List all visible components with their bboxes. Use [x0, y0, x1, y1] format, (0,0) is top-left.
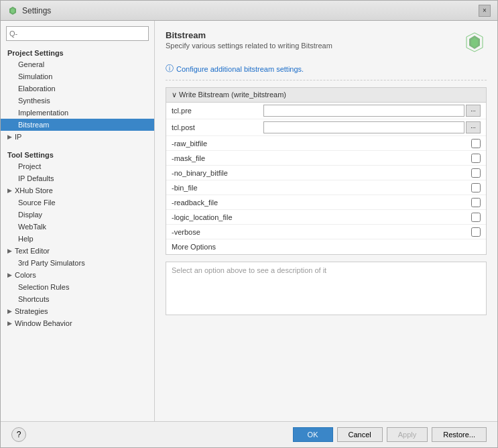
raw-bitfile-checkbox[interactable] [471, 139, 481, 148]
panel-header: Bitstream Specify various settings relat… [166, 30, 487, 56]
sidebar-item-strategies[interactable]: ▶ Strategies [1, 305, 154, 317]
sidebar-item-colors[interactable]: ▶ Colors [1, 269, 154, 281]
row-label-no-binary-bitfile: -no_binary_bitfile [172, 169, 471, 177]
sidebar-item-synthesis[interactable]: Synthesis [1, 95, 154, 107]
row-label-tcl-post: tcl.post [172, 123, 263, 131]
sidebar-item-window-behavior[interactable]: ▶ Window Behavior [1, 317, 154, 329]
vivado-logo [462, 30, 487, 56]
app-icon [7, 5, 18, 16]
restore-button[interactable]: Restore... [432, 427, 487, 442]
project-settings-label: Project Settings [1, 46, 154, 58]
sidebar-item-bitstream[interactable]: Bitstream [1, 119, 154, 131]
footer-help: ? [11, 427, 289, 442]
search-box[interactable] [6, 26, 149, 41]
row-control-logic-location-file [471, 213, 481, 222]
mask-file-checkbox[interactable] [471, 154, 481, 163]
sidebar-item-webtalk[interactable]: WebTalk [1, 221, 154, 233]
bin-file-checkbox[interactable] [471, 183, 481, 192]
tool-settings-label: Tool Settings [1, 148, 154, 160]
row-label-logic-location-file: -logic_location_file [172, 213, 471, 221]
sidebar-item-text-editor[interactable]: ▶ Text Editor [1, 245, 154, 257]
xhub-arrow-icon: ▶ [7, 187, 12, 194]
info-icon: ⓘ [166, 63, 174, 74]
help-button[interactable]: ? [11, 427, 26, 442]
table-row: tcl.post ··· [166, 119, 486, 136]
title-bar-left: Settings [7, 5, 51, 16]
table-row: -readback_file [166, 195, 486, 210]
sidebar-item-help[interactable]: Help [1, 233, 154, 245]
title-bar: Settings × [1, 1, 497, 21]
tcl-post-browse-button[interactable]: ··· [466, 121, 481, 133]
row-control-tcl-post: ··· [263, 121, 481, 133]
cancel-button[interactable]: Cancel [337, 427, 383, 442]
sidebar-item-selection-rules[interactable]: Selection Rules [1, 281, 154, 293]
logic-location-file-checkbox[interactable] [471, 213, 481, 222]
row-label-raw-bitfile: -raw_bitfile [172, 139, 471, 148]
panel-subtitle: Specify various settings related to writ… [166, 42, 332, 50]
sidebar-item-source-file[interactable]: Source File [1, 197, 154, 209]
panel-title: Bitstream [166, 30, 332, 40]
table-row: -mask_file [166, 151, 486, 166]
sidebar-item-project[interactable]: Project [1, 160, 154, 172]
sidebar-item-implementation[interactable]: Implementation [1, 107, 154, 119]
row-label-bin-file: -bin_file [172, 184, 471, 192]
ip-arrow-icon: ▶ [7, 133, 12, 140]
table-row: -raw_bitfile [166, 136, 486, 151]
row-control-readback-file [471, 198, 481, 207]
right-panel: Bitstream Specify various settings relat… [155, 21, 497, 421]
strategies-arrow-icon: ▶ [7, 308, 12, 315]
row-control-tcl-pre: ··· [263, 105, 481, 117]
table-row: -verbose [166, 225, 486, 239]
readback-file-checkbox[interactable] [471, 198, 481, 207]
sidebar-item-simulation[interactable]: Simulation [1, 70, 154, 82]
sidebar-item-ip-defaults[interactable]: IP Defaults [1, 172, 154, 184]
row-label-verbose: -verbose [172, 228, 471, 236]
tcl-pre-browse-button[interactable]: ··· [466, 105, 481, 117]
sidebar-item-general[interactable]: General [1, 58, 154, 70]
table-row: -no_binary_bitfile [166, 166, 486, 180]
verbose-checkbox[interactable] [471, 227, 481, 237]
window-behavior-arrow-icon: ▶ [7, 320, 12, 327]
sidebar-item-3rd-party-simulators[interactable]: 3rd Party Simulators [1, 257, 154, 269]
sidebar-item-display[interactable]: Display [1, 209, 154, 221]
tcl-post-input[interactable] [263, 121, 464, 133]
tcl-pre-input[interactable] [263, 105, 464, 117]
row-control-raw-bitfile [471, 139, 481, 148]
colors-arrow-icon: ▶ [7, 272, 12, 278]
text-editor-arrow-icon: ▶ [7, 247, 12, 254]
dialog-title: Settings [22, 6, 51, 15]
table-row: -bin_file [166, 180, 486, 195]
dialog-body: Project Settings General Simulation Elab… [1, 21, 497, 421]
row-control-mask-file [471, 154, 481, 163]
row-label-readback-file: -readback_file [172, 199, 471, 207]
row-control-verbose [471, 227, 481, 237]
table-row: -logic_location_file [166, 210, 486, 225]
no-binary-bitfile-checkbox[interactable] [471, 168, 481, 178]
table-header: ∨ Write Bitstream (write_bitstream) [166, 88, 486, 103]
left-panel: Project Settings General Simulation Elab… [1, 21, 155, 421]
settings-table: ∨ Write Bitstream (write_bitstream) tcl.… [166, 87, 487, 255]
settings-dialog: Settings × Project Settings General Simu… [0, 0, 498, 448]
close-button[interactable]: × [479, 5, 491, 17]
row-label-more-options: More Options [172, 243, 481, 251]
description-box: Select an option above to see a descript… [166, 262, 487, 315]
description-placeholder: Select an option above to see a descript… [172, 266, 326, 274]
dialog-footer: ? OK Cancel Apply Restore... [1, 421, 497, 447]
row-label-mask-file: -mask_file [172, 154, 471, 162]
sidebar-item-xhub-store[interactable]: ▶ XHub Store [1, 184, 154, 197]
ok-button[interactable]: OK [293, 427, 333, 442]
table-row: tcl.pre ··· [166, 103, 486, 119]
config-link[interactable]: ⓘ Configure additional bitstream setting… [166, 63, 487, 80]
apply-button[interactable]: Apply [387, 427, 428, 442]
row-control-bin-file [471, 183, 481, 192]
panel-header-text: Bitstream Specify various settings relat… [166, 30, 332, 50]
row-label-tcl-pre: tcl.pre [172, 107, 263, 115]
sidebar-item-elaboration[interactable]: Elaboration [1, 82, 154, 95]
table-row: More Options [166, 239, 486, 254]
row-control-no-binary-bitfile [471, 168, 481, 178]
sidebar-item-ip[interactable]: ▶ IP [1, 131, 154, 143]
sidebar-item-shortcuts[interactable]: Shortcuts [1, 293, 154, 305]
search-input[interactable] [9, 30, 145, 38]
